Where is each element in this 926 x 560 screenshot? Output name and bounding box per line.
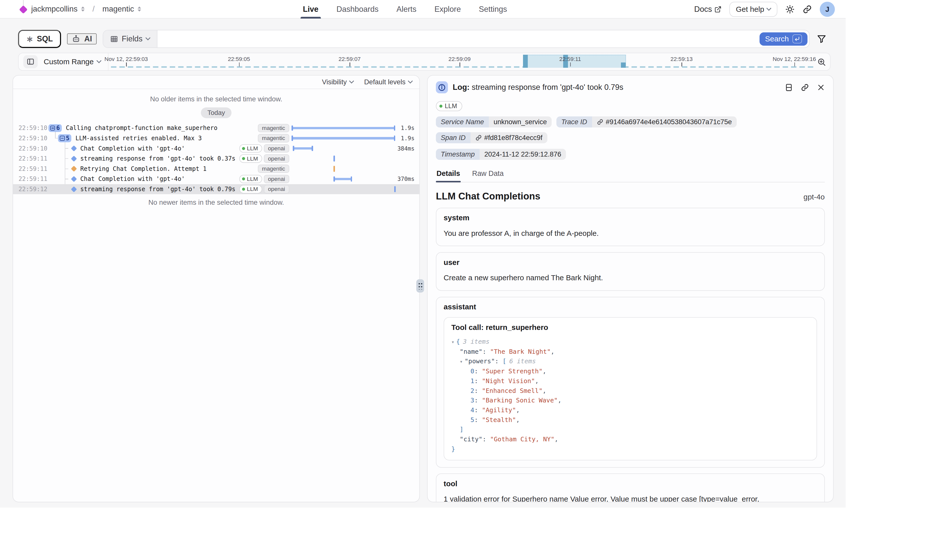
tab-dashboards[interactable]: Dashboards [336,0,378,18]
no-newer-items-message: No newer items in the selected time wind… [13,194,419,207]
asterisk-icon: ∗ [26,34,33,44]
scope-tag[interactable]: magentic [258,165,289,173]
green-dot-icon [242,157,245,160]
llm-tag[interactable]: LLM [239,144,262,152]
user-avatar[interactable]: J [820,2,835,17]
log-row-selected[interactable]: 22:59:12 streaming response from 'gpt-4o… [13,184,419,195]
project-selector[interactable]: magentic [103,5,141,14]
get-help-button[interactable]: Get help [729,2,777,17]
llm-tag[interactable]: LLM [239,185,262,193]
close-panel-button[interactable] [817,83,825,91]
panel-resize-handle[interactable] [416,279,424,293]
message-role: system [444,213,817,222]
timeline-plot[interactable]: Nov 12, 22:59:03 22:59:05 22:59:07 22:59… [109,53,813,70]
json-tree[interactable]: ▾{3 items"name": "The Bark Night",▾"powe… [451,337,809,454]
green-dot-icon [242,147,245,150]
external-link-icon [714,6,722,13]
docs-link[interactable]: Docs [694,5,722,14]
theme-toggle-button[interactable] [785,5,795,14]
span-track [292,123,395,133]
funnel-icon [817,34,826,44]
message-text: You are professor A, in charge of the A-… [444,228,817,239]
timeline-baseline [111,66,813,68]
span-track [292,154,395,164]
content-row: Visibility Default levels No older items… [12,75,834,502]
detail-kind: Log: [453,83,469,92]
time-range-selector[interactable]: Custom Range [38,53,109,70]
tab-explore[interactable]: Explore [434,0,461,18]
log-row[interactable]: 22:59:10 Chat Completion with 'gpt-4o' L… [13,143,419,154]
log-list-panel: Visibility Default levels No older items… [12,75,420,502]
timestamp-chip: Timestamp 2024-11-12 22:59:12.876 [436,149,566,160]
tab-live[interactable]: Live [303,0,318,18]
share-link-button[interactable] [802,5,812,14]
message-card-user: user Create a new superhero named The Ba… [436,252,825,291]
span-track [292,133,395,143]
visibility-dropdown[interactable]: Visibility [322,78,353,86]
child-count: 5 [66,135,69,142]
log-time: 22:59:10 [18,145,43,152]
log-detail-panel: Log: streaming response from 'gpt-4o' to… [427,75,834,502]
warning-diamond-icon [71,166,77,172]
span-id-chip[interactable]: Span ID #fd81e8f78c4ecc9f [436,132,547,143]
tab-settings[interactable]: Settings [479,0,507,18]
green-dot-icon [242,188,245,191]
log-message: Chat Completion with 'gpt-4o' [80,175,185,183]
collapse-badge[interactable]: 6 [48,124,62,132]
sidebar-toggle-button[interactable] [23,55,38,68]
chevron-down-icon [97,58,101,63]
default-levels-dropdown[interactable]: Default levels [364,78,412,86]
sql-mode-button[interactable]: ∗ SQL [18,30,61,48]
tool-call-title: Tool call: return_superhero [451,323,809,332]
span-duration-bar [292,127,395,130]
main-area: ∗ SQL AI Fields Search [0,18,846,507]
link-icon [802,5,812,14]
span-duration-bar [293,147,313,150]
tab-alerts[interactable]: Alerts [396,0,416,18]
ai-mode-button[interactable]: AI [67,33,97,44]
scope-tag[interactable]: openai [264,144,289,152]
scope-tag[interactable]: openai [264,154,289,163]
log-tick [333,166,335,172]
timeline-panel: Custom Range Nov 12, 22:59:03 22:59:05 2… [18,53,831,71]
search-bar: Fields Search [103,30,810,48]
search-input[interactable] [157,30,758,47]
org-name: jackmpcollins [31,5,77,14]
log-row[interactable]: 22:59:10 6 Calling chatprompt-function m… [13,123,419,133]
scope-tag[interactable]: openai [264,185,289,193]
log-message: streaming response from 'gpt-4o' took 0.… [80,155,236,162]
span-duration: 370ms [395,176,419,182]
query-toolbar: ∗ SQL AI Fields Search [0,18,846,48]
message-text: Create a new superhero named The Bark Ni… [444,272,817,284]
today-pill[interactable]: Today [201,107,232,118]
llm-tag[interactable]: LLM [436,101,462,111]
magnifier-plus-icon [817,57,826,66]
search-button[interactable]: Search [760,32,807,46]
span-track [292,184,395,195]
scope-tag[interactable]: openai [264,175,289,183]
collapse-icon [50,126,55,130]
fields-dropdown[interactable]: Fields [103,30,157,47]
enter-key-icon [793,35,802,44]
llm-tag[interactable]: LLM [239,154,262,163]
toggle-layout-button[interactable] [785,83,793,92]
llm-tag[interactable]: LLM [239,175,262,183]
scope-tag[interactable]: magentic [258,124,289,132]
log-row[interactable]: 22:59:10 5 LLM-assisted retries enabled.… [13,133,419,143]
log-row[interactable]: 22:59:11 streaming response from 'gpt-4o… [13,154,419,164]
log-row[interactable]: 22:59:11 Chat Completion with 'gpt-4o' L… [13,174,419,184]
copy-link-button[interactable] [801,83,809,92]
span-diamond-icon [71,176,77,182]
project-name: magentic [103,5,134,14]
collapse-badge[interactable]: 5 [58,134,71,142]
trace-id-chip[interactable]: Trace ID #9146a6974e4e6140538043607a71c7… [557,116,737,127]
scope-tag[interactable]: magentic [258,134,289,142]
zoom-in-button[interactable] [817,57,826,66]
service-name-chip: Service Name unknown_service [436,116,552,127]
child-count: 6 [56,124,60,131]
org-selector[interactable]: jackmpcollins [31,5,85,14]
tab-details[interactable]: Details [436,167,461,182]
filter-button[interactable] [816,34,828,44]
tab-raw-data[interactable]: Raw Data [472,167,504,182]
log-row[interactable]: 22:59:11 Retrying Chat Completion. Attem… [13,164,419,174]
